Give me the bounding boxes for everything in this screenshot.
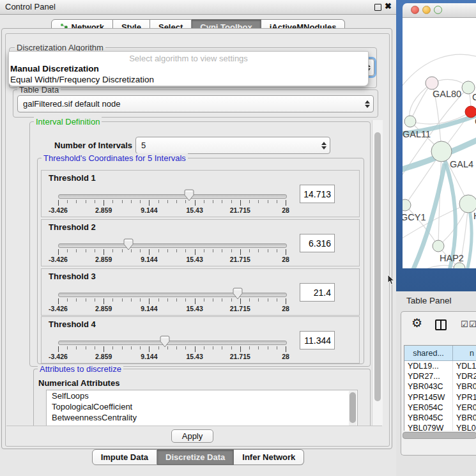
close-icon[interactable]: ✖ <box>385 1 392 11</box>
threshold-2-slider-track[interactable] <box>58 243 287 248</box>
network-node-gcy1[interactable] <box>403 199 411 211</box>
table-cell[interactable]: YDL1 <box>456 361 476 372</box>
table-cell[interactable]: YER054C <box>408 403 443 413</box>
tick-mark <box>158 298 159 302</box>
threshold-3-slider-track[interactable] <box>58 293 287 297</box>
control-panel-titlebar: Control Panel ✖ <box>0 0 396 15</box>
tick-mark <box>268 346 268 349</box>
network-node-gal4[interactable] <box>431 141 452 162</box>
node-attribute-table[interactable]: shared...nYDL19...YDL1YDR27...YDR2YBR043… <box>404 345 476 431</box>
tick-label: 9.144 <box>141 353 157 360</box>
tick-mark <box>258 249 259 252</box>
table-horizontal-scrollbar[interactable] <box>403 432 476 439</box>
threshold-1-slider-thumb[interactable] <box>184 189 194 204</box>
combo-stepper-icon[interactable] <box>320 141 327 151</box>
tick-mark <box>249 346 250 349</box>
tick-mark <box>240 200 241 206</box>
table-header-shared-[interactable]: shared... <box>404 346 453 361</box>
attribute-item-topologicalcoefficient[interactable]: TopologicalCoefficient <box>47 401 357 412</box>
tick-mark <box>122 200 123 203</box>
table-cell[interactable]: YPR1 <box>456 392 476 403</box>
tick-mark <box>222 298 222 302</box>
tick-mark <box>231 200 232 203</box>
tick-mark <box>158 200 159 203</box>
threshold-4-value-field[interactable]: 11.344 <box>300 331 335 349</box>
network-node[interactable] <box>454 263 465 268</box>
column-divider <box>452 361 453 431</box>
threshold-2-slider-thumb[interactable] <box>123 238 134 253</box>
network-node-h[interactable] <box>459 195 476 213</box>
gear-icon[interactable]: ⚙ <box>411 316 422 330</box>
table-cell[interactable]: YBR0 <box>456 381 476 392</box>
tab-discretize-data[interactable]: Discretize Data <box>157 449 234 465</box>
table-cell[interactable]: YBR045C <box>408 413 443 424</box>
threshold-2-value-field[interactable]: 6.316 <box>300 234 335 252</box>
numerical-attributes-label: Numerical Attributes <box>38 378 119 388</box>
tab-impute-data[interactable]: Impute Data <box>92 449 157 465</box>
list-scrollbar-thumb[interactable] <box>349 392 356 423</box>
table-cell[interactable]: YPR145W <box>408 392 445 403</box>
tick-label: 28 <box>282 206 289 214</box>
table-cell[interactable]: YBR043C <box>408 381 443 392</box>
table-header-n[interactable]: n <box>453 346 476 361</box>
numerical-attributes-list[interactable]: SelfLoopsTopologicalCoefficientBetweenne… <box>46 390 358 427</box>
checkbox-checked-icon[interactable]: ☑ <box>469 320 476 328</box>
tick-mark <box>104 298 104 304</box>
threshold-4-slider-thumb[interactable] <box>160 335 170 350</box>
tick-label: 9.144 <box>141 256 157 263</box>
zoom-light-icon[interactable] <box>434 6 442 14</box>
network-node-gal11[interactable] <box>404 116 416 127</box>
close-light-icon[interactable] <box>411 6 419 14</box>
table-data-combobox[interactable]: galFiltered.sif default node <box>17 95 374 112</box>
table-cell[interactable]: YBR0 <box>456 413 476 424</box>
attribute-item-betweennesscentrality[interactable]: BetweennessCentrality <box>47 412 357 423</box>
tab-label: Discretize Data <box>165 450 225 464</box>
tab-infer-network[interactable]: Infer Network <box>234 449 304 465</box>
dropdown-option-manual-discretization[interactable]: Manual Discretization <box>10 64 99 73</box>
network-node-hap2[interactable] <box>433 240 444 252</box>
tick-mark <box>86 200 86 203</box>
table-cell[interactable]: YDR27... <box>408 371 440 382</box>
control-panel-window: Control Panel ✖ NetworkStyleSelectCyni T… <box>0 0 396 476</box>
threshold-1-value-field[interactable]: 14.713 <box>300 185 335 203</box>
tick-label: 21.715 <box>230 206 250 214</box>
checkbox-checked-icon[interactable]: ☑ <box>461 320 468 328</box>
tab-label: Infer Network <box>242 450 295 464</box>
threshold-1-slider-track[interactable] <box>58 194 287 199</box>
table-cell[interactable]: YBL0 <box>456 423 476 431</box>
columns-icon[interactable] <box>435 319 447 330</box>
panel-scrollbar-thumb[interactable] <box>374 132 381 401</box>
tick-mark <box>104 249 104 255</box>
network-canvas[interactable]: GAL80GCGAL11GAL4GCY1HHAP2 <box>403 18 476 268</box>
tick-mark <box>86 346 86 349</box>
table-cell[interactable]: YBL079W <box>408 423 443 431</box>
attribute-item-selfloops[interactable]: SelfLoops <box>47 390 357 401</box>
list-scrollbar[interactable] <box>349 391 357 426</box>
dropdown-hint: Select algorithm to view settings <box>9 54 368 63</box>
apply-button[interactable]: Apply <box>171 429 213 443</box>
float-window-icon[interactable] <box>374 4 381 11</box>
tick-mark <box>67 298 68 302</box>
tick-mark <box>277 249 277 252</box>
minimize-light-icon[interactable] <box>422 6 431 14</box>
combo-stepper-icon[interactable] <box>364 99 371 109</box>
panel-scrollbar[interactable] <box>372 120 383 426</box>
tick-mark <box>149 200 150 206</box>
threshold-4-slider-track[interactable] <box>58 341 287 345</box>
tick-mark <box>286 200 286 206</box>
node-label: GAL80 <box>433 89 461 99</box>
tab-label: Impute Data <box>101 450 148 464</box>
table-cell[interactable]: YDR2 <box>456 371 476 382</box>
tick-mark <box>67 249 68 252</box>
dropdown-option-equal-width-frequency[interactable]: Equal Width/Frequency Discretization <box>10 75 154 84</box>
threshold-3-slider-thumb[interactable] <box>233 288 243 302</box>
tick-label: 21.715 <box>230 353 250 360</box>
table-cell[interactable]: YDL19... <box>408 361 439 372</box>
threshold-3-value-field[interactable]: 21.4 <box>300 283 335 302</box>
tick-mark <box>122 346 123 349</box>
network-node-gal80[interactable] <box>426 77 438 89</box>
tick-mark <box>58 346 59 352</box>
number-of-intervals-combobox[interactable]: 5 <box>135 137 330 154</box>
table-cell[interactable]: YER0 <box>456 403 476 413</box>
group-title: Table Data <box>17 85 61 95</box>
